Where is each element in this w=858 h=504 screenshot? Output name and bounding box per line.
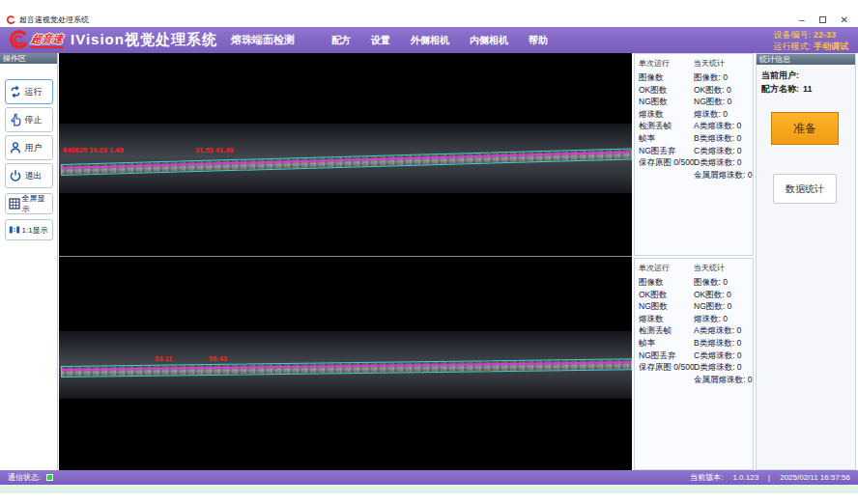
comm-status-label: 通信状态: [8, 472, 41, 483]
stat-row: 图像数: 0 [694, 276, 752, 289]
user-icon [9, 141, 22, 154]
one-to-one-button[interactable]: 1:1显示 [5, 219, 53, 240]
window-controls: – ✕ [799, 15, 852, 25]
minimize-icon[interactable]: – [799, 15, 805, 25]
menu-item-settings[interactable]: 设置 [371, 34, 390, 47]
stat-row: OK图数: 0 [694, 289, 752, 301]
stop-button[interactable]: 停止 [5, 107, 53, 132]
app-header: 超音速 IVision视觉处理系统 熔珠端面检测 配方 设置 外侧相机 内侧相机… [0, 27, 858, 53]
exit-button[interactable]: 退出 [5, 163, 53, 188]
stat-row: 熔珠数 [639, 108, 686, 121]
sidebar-title: 操作区 [0, 53, 57, 64]
version-value: 1.0.123 [732, 473, 758, 482]
menu-item-recipe[interactable]: 配方 [331, 34, 351, 47]
stat-row: NG图丢弃 [639, 145, 686, 157]
datetime-value: 2025/02/11 16:57:56 [780, 473, 850, 482]
single-run-title: 单次运行 [639, 58, 686, 69]
status-separator: | [768, 473, 770, 482]
single-run-rows: 图像数OK图数NG图数熔珠数检测丢帧帧率NG图丢弃保存原图 0/500 [639, 71, 686, 169]
stat-row: 金属屑熔珠数: 0 [694, 374, 752, 386]
brand-logo-icon [8, 30, 29, 51]
stats-panel-bottom: 单次运行 图像数OK图数NG图数熔珠数检测丢帧帧率NG图丢弃保存原图 0/500… [634, 258, 754, 470]
run-button[interactable]: 运行 [5, 79, 53, 104]
stat-row: NG图数 [639, 96, 686, 108]
user-button-label: 用户 [25, 142, 43, 154]
one-to-one-icon [9, 224, 20, 236]
stat-row: 帧率 [639, 132, 686, 145]
stat-row: NG图数: 0 [694, 300, 752, 313]
exit-button-label: 退出 [25, 170, 43, 182]
stat-row: OK图数 [639, 84, 686, 97]
measurement-annotation: 56.43 [209, 354, 227, 363]
version-label: 当前版本: [690, 472, 723, 483]
menu-item-outer-camera[interactable]: 外侧相机 [411, 34, 449, 47]
recipe-name-label: 配方名称: [761, 84, 799, 94]
run-icon [9, 85, 22, 98]
device-id-label: 设备编号: [773, 30, 811, 40]
info-panel: 统计信息 当前用户: 配方名称:11 准备 数据统计 [756, 53, 856, 470]
menu-bar: 配方 设置 外侧相机 内侧相机 帮助 [331, 34, 548, 47]
menu-item-inner-camera[interactable]: 内侧相机 [470, 34, 508, 47]
stat-row: 保存原图 0/500 [639, 156, 686, 169]
maximize-icon[interactable] [819, 16, 826, 23]
desktop-strip [0, 485, 858, 493]
stat-row: C类熔珠数: 0 [694, 350, 752, 362]
inner-camera-view[interactable]: 53.11 56.43 [59, 257, 632, 470]
stat-row: B类熔珠数: 0 [694, 337, 752, 350]
device-id-value: 22-33 [814, 30, 836, 40]
user-button[interactable]: 用户 [5, 135, 53, 160]
stat-row: 熔珠数: 0 [694, 313, 752, 325]
single-run-rows: 图像数OK图数NG图数熔珠数检测丢帧帧率NG图丢弃保存原图 0/500 [639, 276, 686, 374]
stat-row: 保存原图 0/500 [639, 361, 686, 374]
stat-row: 帧率 [639, 337, 686, 350]
stat-row: 图像数 [639, 71, 686, 84]
run-mode-label: 运行模式: [773, 42, 811, 51]
stats-panel-top: 单次运行 图像数OK图数NG图数熔珠数检测丢帧帧率NG图丢弃保存原图 0/500… [634, 53, 754, 256]
current-user-label: 当前用户: [761, 70, 799, 80]
stat-row: 金属屑熔珠数: 0 [694, 169, 752, 182]
daily-stats-rows: 图像数: 0OK图数: 0NG图数: 0熔珠数: 0A类熔珠数: 0B类熔珠数:… [694, 71, 752, 181]
stop-hand-icon [9, 113, 22, 126]
stat-row: 图像数: 0 [694, 71, 752, 84]
stat-row: B类熔珠数: 0 [694, 132, 752, 145]
info-panel-title: 统计信息 [757, 54, 855, 65]
stat-row: D类熔珠数: 0 [694, 156, 752, 169]
stat-row: OK图数: 0 [694, 84, 752, 97]
recipe-name-value: 11 [803, 84, 813, 94]
stat-row: 熔珠数: 0 [694, 108, 752, 121]
stat-row: OK图数 [639, 289, 686, 301]
fullscreen-button[interactable]: 全屏显示 [5, 193, 53, 214]
stat-row: D类熔珠数: 0 [694, 361, 752, 374]
measurement-annotation: 640625 39.83 1.49 [63, 146, 124, 154]
window-title: 超音速视觉处理系统 [19, 14, 89, 25]
data-statistics-button[interactable]: 数据统计 [773, 174, 837, 204]
stat-row: 检测丢帧 [639, 120, 686, 132]
daily-stats-title: 当天统计 [694, 58, 752, 69]
fullscreen-grid-icon [9, 198, 20, 210]
stat-row: C类熔珠数: 0 [694, 145, 752, 157]
stop-button-label: 停止 [25, 114, 43, 126]
detection-line-overlay [62, 361, 631, 371]
operation-sidebar: 操作区 运行 停止 用户 [0, 53, 58, 470]
run-button-label: 运行 [25, 86, 43, 98]
stat-row: 检测丢帧 [639, 324, 686, 337]
power-icon [9, 169, 22, 182]
outer-camera-view[interactable]: 640625 39.83 1.49 31.53 41.49 [59, 53, 632, 256]
stat-row: 图像数 [639, 276, 686, 289]
close-icon[interactable]: ✕ [841, 15, 848, 25]
status-bar: 通信状态: 当前版本: 1.0.123 | 2025/02/11 16:57:5… [0, 470, 858, 485]
stat-row: NG图丢弃 [639, 350, 686, 362]
header-device-info: 设备编号:22-33 运行模式:手动调试 [773, 29, 850, 52]
fullscreen-button-label: 全屏显示 [22, 193, 49, 214]
daily-stats-title: 当天统计 [694, 263, 752, 273]
app-window: 超音速视觉处理系统 – ✕ 超音速 IVision视觉处理系统 熔珠端面检测 配… [0, 0, 858, 504]
menu-item-help[interactable]: 帮助 [529, 34, 548, 47]
app-subtitle: 熔珠端面检测 [231, 33, 295, 47]
brand-name: 超音速 [30, 32, 66, 48]
camera-views: 640625 39.83 1.49 31.53 41.49 53.11 56.4… [59, 53, 632, 470]
sidebar-buttons: 运行 停止 用户 退出 [0, 64, 57, 240]
stat-row: A类熔珠数: 0 [694, 120, 752, 132]
window-titlebar: 超音速视觉处理系统 – ✕ [0, 13, 858, 27]
prepare-button[interactable]: 准备 [771, 112, 839, 145]
app-icon [6, 15, 15, 25]
